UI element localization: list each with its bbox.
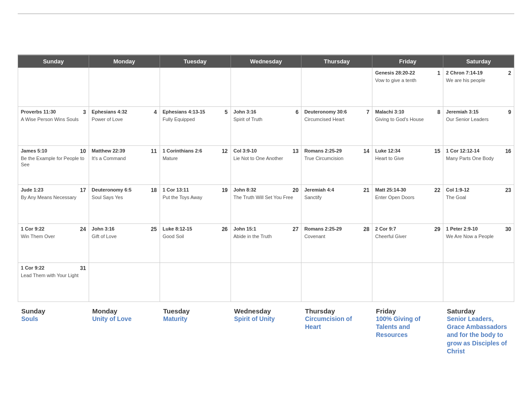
cell-description: Win Them Over	[21, 233, 86, 239]
day-number: 2	[508, 70, 511, 76]
footer-focus-text: 100% Giving of Talents and Resources	[376, 315, 440, 339]
cell-reference: Malachi 3:108	[375, 109, 440, 115]
day-number: 16	[505, 148, 511, 154]
cell-description: Lie Not to One Another	[234, 155, 299, 161]
cell-reference: John 8:3220	[234, 187, 299, 193]
cell-reference: 1 Cor 13:1119	[163, 187, 228, 193]
day-number: 9	[508, 109, 511, 115]
cell-description: Gift of Love	[92, 233, 157, 239]
footer-day-col-monday: MondayUnity of Love	[89, 302, 160, 359]
calendar-week-4: Jude 1:2317By Any Means NecessaryDeutero…	[18, 185, 514, 224]
cell-description: Cheerful Giver	[375, 233, 440, 239]
footer-day-name: Tuesday	[163, 307, 227, 315]
day-number: 21	[364, 187, 369, 193]
cell-reference: 1 Peter 2:9-1030	[446, 226, 511, 232]
cell-description: Covenant	[304, 233, 369, 239]
footer-focus-text: Spirit of Unity	[234, 315, 298, 323]
weekly-focus-footer: SundaySoulsMondayUnity of LoveTuesdayMat…	[18, 302, 514, 359]
cell-reference: Matt 25:14-3022	[375, 187, 440, 193]
calendar-cell: Romans 2:25-2928Covenant	[301, 224, 372, 263]
day-header-sunday: Sunday	[18, 55, 89, 68]
calendar-cell: 1 Cor 9:2224Win Them Over	[18, 224, 89, 263]
cell-reference: 2 Cor 9:729	[375, 226, 440, 232]
cell-reference: 2 Chron 7:14-192	[446, 70, 511, 76]
calendar-cell: John 3:1625Gift of Love	[89, 224, 160, 263]
calendar-cell	[160, 68, 231, 107]
calendar-cell	[231, 68, 301, 107]
calendar-cell: Ephesians 4:324Power of Love	[89, 107, 160, 146]
calendar-week-1: Genesis 28:20-221Vow to give a tenth2 Ch…	[18, 68, 514, 107]
day-number: 27	[293, 226, 298, 232]
cell-description: Mature	[163, 155, 228, 161]
calendar-cell: Proverbs 11:303A Wise Person Wins Souls	[18, 107, 89, 146]
cell-description: Enter Open Doors	[375, 194, 440, 200]
footer-day-col-thursday: ThursdayCircumcision of Heart	[301, 302, 372, 359]
cell-description: Soul Says Yes	[92, 194, 157, 200]
cell-reference: 1 Cor 9:2224	[21, 226, 86, 232]
cell-reference: 1 Cor 9:2231	[21, 265, 86, 271]
calendar-table: SundayMondayTuesdayWednesdayThursdayFrid…	[18, 55, 514, 302]
cell-reference: Jeremiah 4:421	[304, 187, 369, 193]
cell-description: Good Soil	[163, 233, 228, 239]
calendar-cell: Deuteronomy 30:67Circumcised Heart	[301, 107, 372, 146]
calendar-cell: 1 Corinthians 2:612Mature	[160, 146, 231, 185]
cell-reference: Deuteronomy 30:67	[304, 109, 369, 115]
cell-reference: Luke 12:3415	[375, 148, 440, 154]
footer-focus-text: Senior Leaders, Grace Ambassadors and fo…	[447, 315, 511, 355]
cell-reference: Ephesians 4:13-155	[163, 109, 228, 115]
calendar-cell: 1 Cor 12:12-1416Many Parts One Body	[443, 146, 514, 185]
cell-description: Vow to give a tenth	[375, 77, 440, 83]
day-number: 14	[364, 148, 369, 154]
cell-description: It's a Command	[92, 155, 157, 161]
calendar-cell	[89, 68, 160, 107]
cell-reference: Jude 1:2317	[21, 187, 86, 193]
day-number: 24	[80, 226, 86, 232]
cell-description: By Any Means Necessary	[21, 194, 86, 200]
cell-reference: James 5:1010	[21, 148, 86, 154]
day-number: 3	[83, 109, 86, 115]
calendar-cell: 2 Cor 9:729Cheerful Giver	[372, 224, 443, 263]
cell-reference: John 3:166	[234, 109, 299, 115]
footer-day-col-sunday: SundaySouls	[18, 302, 89, 359]
day-number: 6	[296, 109, 299, 115]
cell-description: The Truth Will Set You Free	[234, 194, 299, 200]
calendar-cell: James 5:1010Be the Example for People to…	[18, 146, 89, 185]
calendar-cell: John 8:3220The Truth Will Set You Free	[231, 185, 301, 224]
footer-day-name: Saturday	[447, 307, 511, 315]
day-number: 11	[151, 148, 156, 154]
calendar-cell: John 15:127Abide in the Truth	[231, 224, 301, 263]
cell-reference: 1 Cor 12:12-1416	[446, 148, 511, 154]
footer-day-name: Thursday	[305, 307, 369, 315]
cell-description: True Circumcision	[304, 155, 369, 161]
day-number: 7	[367, 109, 370, 115]
calendar-cell: Deuteronomy 6:518Soul Says Yes	[89, 185, 160, 224]
footer-day-col-friday: Friday100% Giving of Talents and Resourc…	[372, 302, 443, 359]
calendar-cell: 1 Peter 2:9-1030We Are Now a People	[443, 224, 514, 263]
cell-description: Put the Toys Away	[163, 194, 228, 200]
cell-reference: Ephesians 4:324	[92, 109, 157, 115]
day-number: 28	[364, 226, 369, 232]
day-number: 5	[225, 109, 228, 115]
cell-reference: John 3:1625	[92, 226, 157, 232]
day-number: 18	[151, 187, 156, 193]
cell-description: We are his people	[446, 77, 511, 83]
calendar-week-3: James 5:1010Be the Example for People to…	[18, 146, 514, 185]
footer-focus-text: Unity of Love	[92, 315, 156, 323]
day-number: 29	[434, 226, 440, 232]
cell-reference: Romans 2:25-2928	[304, 226, 369, 232]
day-header-friday: Friday	[372, 55, 443, 68]
day-number: 20	[293, 187, 298, 193]
cell-reference: Jeremiah 3:159	[446, 109, 511, 115]
footer-day-name: Monday	[92, 307, 156, 315]
cell-reference: Genesis 28:20-221	[375, 70, 440, 76]
footer-day-col-saturday: SaturdaySenior Leaders, Grace Ambassador…	[443, 302, 514, 359]
cell-reference: Matthew 22:3911	[92, 148, 157, 154]
calendar-cell	[301, 68, 372, 107]
day-header-saturday: Saturday	[443, 55, 514, 68]
footer-focus-text: Souls	[21, 315, 85, 323]
calendar-cell	[372, 263, 443, 302]
calendar-week-5: 1 Cor 9:2224Win Them OverJohn 3:1625Gift…	[18, 224, 514, 263]
day-number: 12	[222, 148, 227, 154]
day-number: 17	[80, 187, 86, 193]
footer-focus-text: Maturity	[163, 315, 227, 323]
